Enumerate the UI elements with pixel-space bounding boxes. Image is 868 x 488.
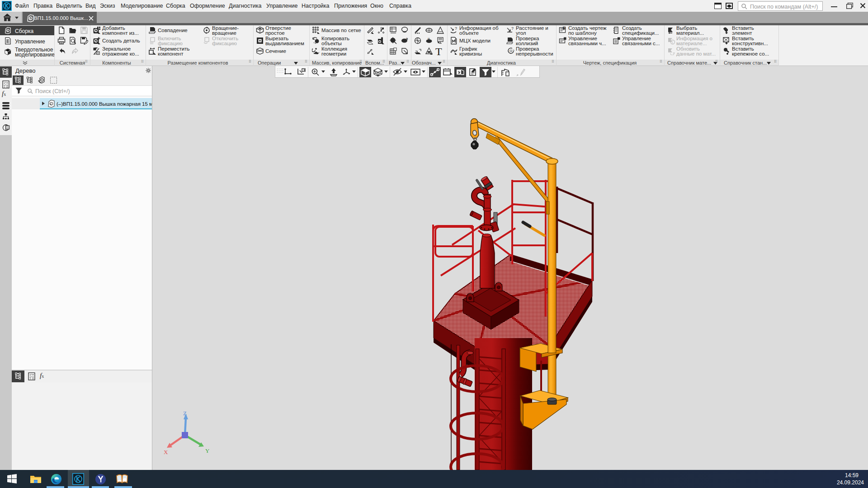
svg-text:1: 1 <box>15 77 16 79</box>
svg-text:R: R <box>428 38 430 41</box>
svg-text:i: i <box>672 40 673 44</box>
svg-text:X: X <box>164 449 168 455</box>
svg-text:G?: G? <box>509 49 514 53</box>
svg-text:?: ? <box>511 26 514 31</box>
svg-text:Y: Y <box>205 447 210 454</box>
svg-text:?: ? <box>455 26 457 31</box>
svg-text:R: R <box>406 38 408 40</box>
svg-text:Z: Z <box>183 410 187 417</box>
